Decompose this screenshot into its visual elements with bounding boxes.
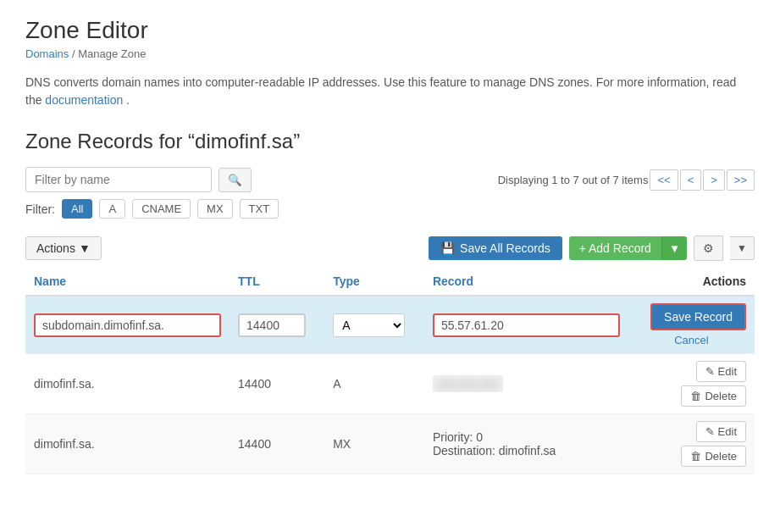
gear-icon: ⚙ [703, 241, 714, 255]
save-all-records-button[interactable]: 💾 Save All Records [429, 236, 562, 260]
search-input[interactable] [25, 167, 212, 192]
pagination-prev[interactable]: < [680, 169, 702, 191]
col-ttl[interactable]: TTL [230, 268, 324, 296]
pagination-next[interactable]: > [703, 169, 725, 191]
save-icon: 💾 [440, 241, 455, 255]
col-type[interactable]: Type [324, 268, 424, 296]
table-row: dimofinf.sa. 14400 A xxx.xxx.xxx ✎ Edit … [25, 354, 755, 414]
row1-record: xxx.xxx.xxx [424, 354, 628, 414]
trash-icon: 🗑 [690, 450, 701, 463]
filter-txt[interactable]: TXT [240, 199, 279, 219]
row2-record-destination-line: Destination: dimofinf.sa [433, 444, 620, 457]
cancel-link[interactable]: Cancel [637, 334, 746, 346]
description-text-after: . [126, 93, 130, 107]
pagination-last[interactable]: >> [727, 169, 755, 191]
gear-caret-icon: ▼ [737, 242, 747, 254]
row2-record-priority-line: Priority: 0 [433, 430, 620, 444]
row2-destination-value: dimofinf.sa [499, 444, 556, 457]
col-name[interactable]: Name [25, 268, 230, 296]
row1-type: A [324, 354, 424, 414]
row1-name: dimofinf.sa. [25, 354, 230, 414]
breadcrumb-domains-link[interactable]: Domains [25, 47, 69, 60]
row2-delete-label: Delete [705, 450, 737, 463]
toolbar-top: 🔍 Displaying 1 to 7 out of 7 items << < … [25, 167, 755, 192]
editing-record-input[interactable] [433, 313, 620, 337]
row2-delete-button[interactable]: 🗑 Delete [681, 446, 746, 467]
records-table: Name TTL Type Record Actions A CNAME MX … [25, 268, 755, 474]
editing-ttl-input[interactable] [238, 313, 306, 337]
row1-delete-label: Delete [705, 390, 737, 402]
editing-record-cell [424, 296, 628, 354]
row2-edit-button[interactable]: ✎ Edit [696, 421, 746, 442]
row2-edit-label: Edit [718, 425, 737, 438]
action-bar: Actions ▼ 💾 Save All Records + Add Recor… [25, 229, 755, 268]
actions-caret-icon: ▼ [79, 241, 91, 255]
editing-name-cell [25, 296, 230, 354]
editing-type-cell: A CNAME MX TXT [324, 296, 424, 354]
actions-dropdown-button[interactable]: Actions ▼ [25, 236, 102, 260]
edit-icon: ✎ [705, 365, 715, 378]
save-record-button[interactable]: Save Record [650, 303, 746, 330]
row1-actions: ✎ Edit 🗑 Delete [628, 354, 755, 414]
row2-priority-value: 0 [476, 430, 483, 444]
filter-mx[interactable]: MX [197, 199, 233, 219]
description: DNS converts domain names into computer-… [25, 74, 755, 109]
breadcrumb: Domains / Manage Zone [25, 47, 755, 60]
editing-ttl-cell [230, 296, 324, 354]
row2-type: MX [324, 414, 424, 474]
row1-record-value: xxx.xxx.xxx [433, 375, 503, 392]
actions-label: Actions [36, 241, 75, 255]
pagination: Displaying 1 to 7 out of 7 items << < > … [491, 169, 755, 191]
display-info: Displaying 1 to 7 out of 7 items [498, 174, 649, 186]
trash-icon: 🗑 [690, 390, 701, 402]
table-row-editing: A CNAME MX TXT Save Record Cancel [25, 296, 755, 354]
row2-name: dimofinf.sa. [25, 414, 230, 474]
table-header: Name TTL Type Record Actions [25, 268, 755, 296]
col-record: Record [424, 268, 628, 296]
row1-action-btns: ✎ Edit 🗑 Delete [637, 361, 746, 407]
breadcrumb-current: Manage Zone [78, 47, 146, 60]
row1-ttl: 14400 [230, 354, 324, 414]
row2-ttl: 14400 [230, 414, 324, 474]
table-row: dimofinf.sa. 14400 MX Priority: 0 Destin… [25, 414, 755, 474]
add-record-dropdown[interactable]: ▼ [661, 236, 687, 260]
row2-action-btns: ✎ Edit 🗑 Delete [637, 421, 746, 467]
filter-a[interactable]: A [99, 199, 125, 219]
add-record-group: + Add Record ▼ [569, 236, 687, 260]
row2-record: Priority: 0 Destination: dimofinf.sa [424, 414, 628, 474]
editing-actions-cell: Save Record Cancel [628, 296, 755, 354]
editing-type-select[interactable]: A CNAME MX TXT [333, 313, 405, 337]
filter-all[interactable]: All [62, 199, 92, 219]
zone-heading: Zone Records for “dimofinf.sa” [25, 130, 755, 153]
editing-name-input[interactable] [34, 313, 221, 337]
col-actions: Actions [628, 268, 755, 296]
add-record-label: + Add Record [579, 241, 651, 255]
filter-label: Filter: [25, 202, 55, 216]
row1-edit-button[interactable]: ✎ Edit [696, 361, 746, 382]
save-record-label: Save Record [664, 310, 733, 324]
pagination-first[interactable]: << [650, 169, 678, 191]
add-record-button[interactable]: + Add Record [569, 236, 661, 260]
documentation-link[interactable]: documentation [45, 93, 123, 107]
add-record-caret-icon: ▼ [669, 242, 680, 255]
gear-button[interactable]: ⚙ [694, 236, 723, 261]
filter-cname[interactable]: CNAME [132, 199, 191, 219]
page-title: Zone Editor [25, 17, 755, 44]
gear-dropdown-button[interactable]: ▼ [730, 236, 755, 260]
filter-row: Filter: All A CNAME MX TXT [25, 199, 755, 219]
row1-delete-button[interactable]: 🗑 Delete [681, 385, 746, 407]
description-text-before: DNS converts domain names into computer-… [25, 75, 736, 107]
row1-edit-label: Edit [718, 365, 737, 378]
row2-actions: ✎ Edit 🗑 Delete [628, 414, 755, 474]
edit-icon: ✎ [705, 425, 715, 438]
table-body: A CNAME MX TXT Save Record Cancel dimofi… [25, 296, 755, 474]
save-all-label: Save All Records [460, 241, 550, 255]
search-button[interactable]: 🔍 [219, 168, 252, 192]
